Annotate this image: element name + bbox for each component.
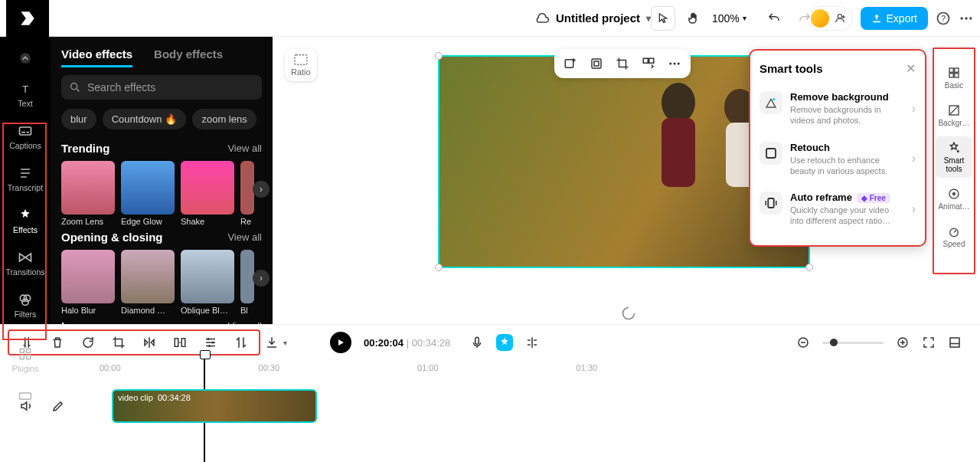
project-title[interactable]: Untitled project (556, 11, 640, 25)
svg-rect-26 (594, 61, 599, 66)
rail-effects[interactable]: Effects (4, 202, 47, 241)
rr-smart-tools[interactable]: Smart tools (936, 136, 972, 178)
svg-rect-28 (649, 58, 654, 63)
add-media-icon[interactable] (562, 55, 579, 72)
mirror-icon[interactable] (142, 336, 156, 349)
tab-video-effects[interactable]: Video effects (61, 48, 132, 67)
svg-point-30 (674, 63, 676, 65)
rail-transcript[interactable]: Transcript (4, 159, 47, 198)
tab-body-effects[interactable]: Body effects (154, 48, 223, 67)
svg-point-18 (71, 84, 77, 90)
export-button[interactable]: Export (861, 7, 928, 30)
smart-tools-title: Smart tools (760, 62, 823, 75)
chip-countdown[interactable]: Countdown🔥 (103, 109, 187, 129)
svg-rect-37 (949, 74, 953, 77)
zoom-out-icon[interactable] (796, 336, 810, 349)
current-time: 00:20:04 (364, 337, 403, 349)
section-trending: Trending (61, 142, 109, 155)
freeze-frame-icon[interactable] (173, 336, 187, 349)
adjust-icon[interactable] (204, 336, 217, 349)
svg-rect-17 (20, 393, 31, 399)
rr-background[interactable]: Backgr… (936, 99, 972, 132)
cursor-tool[interactable] (651, 6, 675, 31)
search-icon (69, 81, 81, 93)
svg-point-42 (952, 192, 956, 196)
crop-icon[interactable] (614, 55, 631, 72)
svg-rect-35 (949, 68, 953, 72)
svg-rect-49 (475, 337, 479, 344)
rr-animation[interactable]: Animat… (936, 182, 972, 215)
rail-transitions[interactable]: Transitions (4, 244, 47, 283)
svg-rect-13 (20, 349, 24, 352)
rotate-icon[interactable] (81, 336, 95, 349)
svg-point-32 (773, 98, 775, 100)
track-edit-icon[interactable] (46, 394, 70, 418)
viewall-opening[interactable]: View all (227, 231, 262, 243)
ratio-button[interactable]: Ratio (285, 49, 317, 81)
svg-point-48 (208, 345, 211, 347)
preview-toolbar (554, 49, 691, 78)
effect-thumb[interactable]: Diamond … (121, 250, 175, 315)
redo-button[interactable] (792, 6, 817, 31)
play-button[interactable] (330, 332, 351, 353)
svg-point-46 (207, 338, 210, 340)
ratio-icon (293, 54, 309, 66)
download-icon[interactable] (265, 336, 279, 349)
chip-blur[interactable]: blur (61, 109, 96, 129)
more-icon[interactable] (959, 11, 974, 26)
undo-button[interactable] (762, 6, 786, 31)
svg-rect-21 (662, 118, 695, 187)
rail-filters[interactable]: Filters (4, 286, 47, 325)
zoom-in-icon[interactable] (896, 336, 910, 349)
chevron-right-icon: › (912, 102, 916, 116)
time-ruler[interactable]: 00:00 00:30 01:00 01:30 (0, 360, 980, 375)
scroll-right[interactable]: › (253, 181, 270, 198)
split-view-icon[interactable] (525, 336, 539, 349)
effect-thumb[interactable]: Bl (240, 250, 254, 315)
svg-text:T: T (22, 84, 28, 95)
hand-tool[interactable] (681, 6, 706, 31)
smart-auto-reframe[interactable]: Auto reframe◆ FreeQuickly change your vi… (760, 184, 916, 234)
chip-zoom-lens[interactable]: zoom lens (192, 109, 256, 129)
voiceover-icon[interactable] (470, 336, 484, 349)
svg-point-29 (669, 63, 671, 65)
delete-icon[interactable] (51, 336, 64, 349)
help-icon[interactable]: ? (936, 11, 951, 26)
rail-text[interactable]: TText (4, 75, 47, 114)
effect-thumb[interactable]: Edge Glow (121, 161, 175, 226)
scroll-right[interactable]: › (253, 270, 270, 287)
effect-thumb[interactable]: Halo Blur (61, 250, 115, 315)
layout-icon[interactable] (640, 55, 657, 72)
frame-icon[interactable] (588, 55, 605, 72)
zoom-level[interactable]: 100%▾ (712, 12, 746, 25)
ai-icon[interactable] (496, 334, 513, 351)
close-icon[interactable]: ✕ (906, 61, 916, 76)
reverse-icon[interactable] (234, 336, 248, 349)
effect-thumb[interactable]: Zoom Lens (61, 161, 115, 226)
svg-rect-52 (950, 338, 959, 347)
effect-thumb[interactable]: Oblique Bl… (181, 250, 234, 315)
smart-remove-bg[interactable]: Remove backgroundRemove backgrounds in v… (760, 84, 916, 134)
panel-layout-icon[interactable] (948, 336, 962, 349)
chevron-right-icon: › (912, 152, 916, 165)
more-icon[interactable] (666, 55, 683, 72)
effect-thumb[interactable]: Shake (181, 161, 234, 226)
svg-rect-34 (768, 198, 774, 208)
effect-thumb[interactable]: Re (240, 161, 254, 226)
rr-basic[interactable]: Basic (936, 61, 972, 94)
svg-rect-38 (955, 74, 959, 77)
fullscreen-icon[interactable] (922, 336, 936, 349)
rail-keyboard[interactable] (4, 382, 47, 410)
chevron-right-icon: › (912, 202, 916, 216)
rr-speed[interactable]: Speed (936, 220, 972, 253)
collapse-icon[interactable] (4, 44, 47, 72)
smart-retouch[interactable]: RetouchUse retouch to enhance beauty in … (760, 134, 916, 185)
viewall-trending[interactable]: View all (227, 143, 262, 154)
search-input[interactable]: Search effects (61, 75, 262, 100)
svg-point-12 (22, 299, 28, 305)
video-clip[interactable]: video clip 00:34:28 (112, 389, 317, 423)
crop-icon[interactable] (112, 336, 126, 349)
chevron-down-icon[interactable]: ▾ (283, 339, 287, 347)
rail-captions[interactable]: Captions (4, 117, 47, 156)
svg-rect-33 (766, 149, 776, 158)
